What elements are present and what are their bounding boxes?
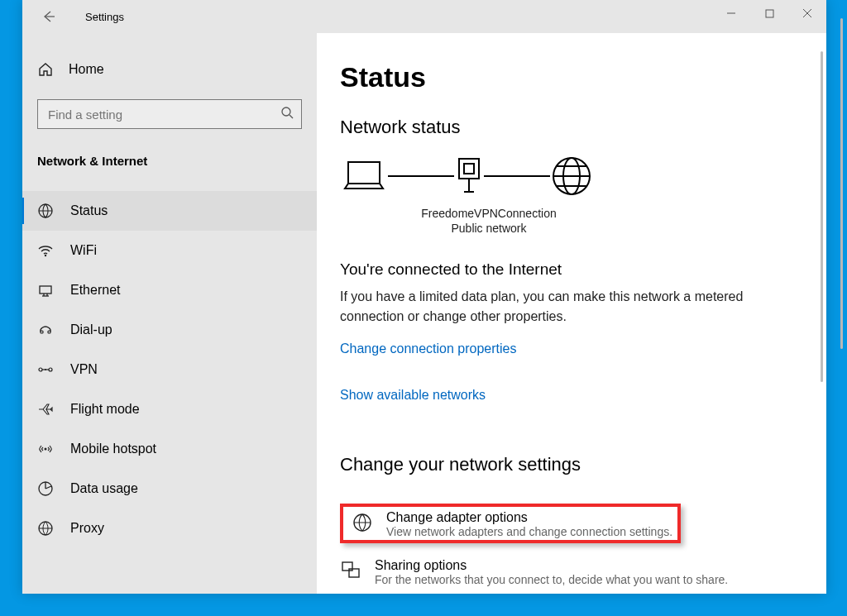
sidebar-item-label: Flight mode	[70, 402, 140, 417]
window-controls	[712, 0, 826, 26]
sidebar-item-label: Mobile hotspot	[70, 442, 156, 456]
connected-description: If you have a limited data plan, you can…	[340, 287, 787, 327]
sidebar-item-status[interactable]: Status	[22, 191, 317, 231]
sidebar-item-wifi[interactable]: WiFi	[22, 231, 317, 270]
svg-rect-8	[40, 286, 51, 294]
data-usage-icon	[37, 480, 54, 497]
row-sharing-options[interactable]: Sharing options For the networks that yo…	[340, 555, 802, 594]
wifi-icon	[37, 242, 54, 259]
svg-point-4	[282, 107, 290, 116]
svg-point-18	[45, 448, 47, 451]
diagram-line	[484, 175, 550, 177]
ethernet-icon	[37, 282, 54, 298]
highlight-adapter-options: Change adapter options View network adap…	[340, 504, 681, 543]
svg-rect-12	[41, 331, 43, 333]
svg-point-17	[45, 369, 46, 370]
back-button[interactable]	[42, 10, 55, 23]
link-show-available-networks[interactable]: Show available networks	[340, 388, 486, 403]
svg-point-7	[45, 255, 46, 256]
sidebar-item-flightmode[interactable]: Flight mode	[22, 389, 317, 429]
svg-rect-13	[48, 331, 50, 333]
search-wrap	[37, 99, 302, 129]
adapter-desc: View network adapters and change connect…	[386, 525, 672, 538]
sharing-title: Sharing options	[375, 558, 728, 573]
diagram-caption: FreedomeVPNConnection Public network	[414, 206, 563, 236]
sidebar-nav: Status WiFi Ethernet	[22, 191, 317, 548]
window-title: Settings	[85, 11, 124, 23]
page-title: Status	[340, 61, 802, 93]
svg-point-15	[49, 368, 52, 371]
link-change-connection-properties[interactable]: Change connection properties	[340, 341, 516, 356]
adapter-title: Change adapter options	[386, 510, 672, 525]
svg-line-5	[290, 115, 293, 118]
row-change-adapter-options[interactable]: Change adapter options View network adap…	[352, 510, 672, 538]
sharing-desc: For the networks that you connect to, de…	[375, 573, 728, 586]
content-pane[interactable]: Status Network status FreedomeVPNConnect…	[317, 33, 826, 594]
sidebar-home[interactable]: Home	[22, 53, 317, 86]
section-network-status: Network status	[340, 117, 802, 138]
sidebar-item-label: VPN	[70, 362, 98, 377]
section-change-settings: Change your network settings	[340, 454, 802, 475]
diagram-line	[388, 175, 454, 177]
sidebar-item-ethernet[interactable]: Ethernet	[22, 270, 317, 310]
sidebar-item-label: Dial-up	[70, 322, 112, 337]
airplane-icon	[37, 401, 54, 418]
titlebar: Settings	[22, 0, 826, 33]
search-input[interactable]	[37, 99, 302, 129]
svg-rect-23	[464, 164, 474, 174]
vpn-icon	[37, 361, 54, 378]
sidebar-item-label: WiFi	[70, 243, 97, 258]
home-label: Home	[69, 62, 104, 77]
adapter-options-icon	[352, 512, 373, 533]
home-icon	[37, 61, 54, 78]
outer-scrollbar[interactable]	[840, 18, 843, 349]
connection-name: FreedomeVPNConnection	[414, 206, 563, 221]
sidebar-item-label: Status	[70, 203, 108, 218]
adapter-icon	[454, 155, 484, 197]
window-body: Home Network & Internet Status	[22, 33, 826, 594]
sidebar: Home Network & Internet Status	[22, 33, 317, 594]
status-icon	[37, 203, 54, 219]
scrollbar[interactable]	[821, 51, 823, 382]
svg-point-14	[39, 368, 42, 371]
sidebar-item-hotspot[interactable]: Mobile hotspot	[22, 429, 317, 469]
sidebar-item-label: Ethernet	[70, 283, 120, 298]
proxy-icon	[37, 520, 54, 537]
sharing-options-icon	[340, 560, 361, 581]
sidebar-item-label: Proxy	[70, 521, 104, 536]
network-diagram	[340, 155, 802, 198]
laptop-icon	[340, 157, 388, 195]
search-icon	[280, 106, 294, 122]
sidebar-category: Network & Internet	[22, 139, 317, 176]
sidebar-item-datausage[interactable]: Data usage	[22, 469, 317, 509]
minimize-button[interactable]	[712, 0, 750, 26]
globe-icon	[550, 155, 593, 198]
connection-type: Public network	[414, 221, 563, 236]
sidebar-item-vpn[interactable]: VPN	[22, 350, 317, 389]
sidebar-item-label: Data usage	[70, 481, 138, 496]
svg-rect-21	[348, 162, 380, 184]
sidebar-item-dialup[interactable]: Dial-up	[22, 310, 317, 350]
svg-rect-22	[459, 159, 479, 179]
connected-heading: You're connected to the Internet	[340, 260, 802, 279]
hotspot-icon	[37, 441, 54, 457]
sidebar-item-proxy[interactable]: Proxy	[22, 509, 317, 548]
close-button[interactable]	[788, 0, 826, 26]
dialup-icon	[37, 322, 54, 338]
settings-window: Settings Home Network & Internet	[22, 0, 826, 594]
maximize-button[interactable]	[750, 0, 788, 26]
svg-rect-1	[766, 10, 773, 17]
